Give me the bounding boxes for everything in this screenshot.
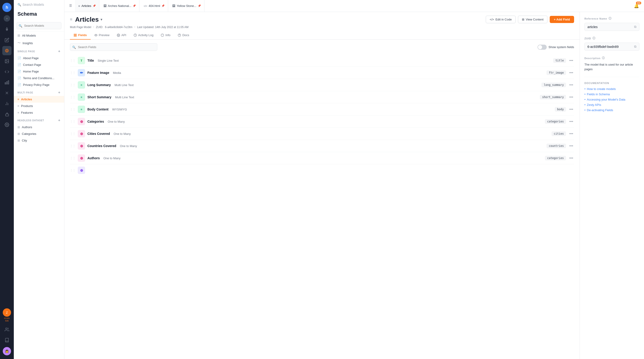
- notification-bell[interactable]: 🔔 999: [634, 4, 639, 9]
- sidebar-item-terms[interactable]: 📄 Terms and Conditions...: [14, 75, 64, 82]
- topbar-tab-arches[interactable]: 🖼 Arches National... 📌: [100, 0, 140, 12]
- sidebar-item-insights[interactable]: 〜 Insights: [14, 39, 64, 47]
- right-panel: Reference Name ⓘ articles ⧉ ZUID ⓘ 6-ac9…: [580, 12, 644, 359]
- tab-activity-log[interactable]: Activity Log: [130, 31, 157, 40]
- copy-zuid-button[interactable]: ⧉: [634, 45, 636, 49]
- sidebar-item-rocket[interactable]: [2, 25, 12, 34]
- sidebar-item-about-page[interactable]: 📄 About Page: [14, 55, 64, 62]
- sidebar-item-code[interactable]: [2, 67, 12, 76]
- sidebar-item-home-page[interactable]: 📄 Home Page: [14, 68, 64, 75]
- sidebar-search: 🔍: [14, 19, 64, 32]
- tab-pin-arches[interactable]: 📌: [133, 4, 136, 7]
- sidebar-item-products[interactable]: ≡ Products: [14, 103, 64, 109]
- topbar-tab-yellowstone[interactable]: 🖼 Yellow Stone... 📌: [169, 0, 204, 12]
- sidebar-item-layers[interactable]: [2, 46, 12, 55]
- tab-pin-articles[interactable]: 📌: [93, 4, 96, 7]
- field-more-categories[interactable]: •••: [568, 119, 574, 125]
- sidebar-item-bar-chart[interactable]: [2, 78, 12, 87]
- field-more-feature-image[interactable]: •••: [568, 70, 574, 76]
- add-single-page-button[interactable]: +: [58, 49, 60, 53]
- field-ref-title: title: [553, 58, 566, 63]
- doc-link-accessing-data[interactable]: Accessing your Model's Data: [584, 98, 640, 101]
- doc-link-zesty-apis[interactable]: Zesty APIs: [584, 103, 640, 107]
- description-info-icon: ⓘ: [602, 56, 605, 60]
- sidebar-item-categories[interactable]: ⊞ Categories: [14, 131, 64, 137]
- sidebar-item-pencil[interactable]: [2, 36, 12, 45]
- sidebar-item-features[interactable]: ≡ Features: [14, 109, 64, 116]
- tab-info[interactable]: Info: [157, 31, 174, 40]
- tab-docs[interactable]: Docs: [174, 31, 193, 40]
- sidebar-item-articles[interactable]: ≡ Articles: [14, 96, 64, 103]
- sidebar-item-image[interactable]: [2, 57, 12, 66]
- doc-link-create-models[interactable]: How to create models: [584, 87, 640, 91]
- schema-title-chevron-icon[interactable]: ▾: [100, 17, 102, 22]
- sidebar-item-privacy[interactable]: 📄 Privacy Policy Page: [14, 82, 64, 88]
- content-area: ≡ Articles ▾ </> Edit in Code ⊞ View Con…: [64, 12, 644, 359]
- sidebar-item-docs[interactable]: [2, 335, 12, 345]
- topbar-tab-404[interactable]: </> 404.html 📌: [140, 0, 168, 12]
- schema-header: ≡ Articles ▾ </> Edit in Code ⊞ View Con…: [64, 12, 580, 40]
- sidebar-item-city[interactable]: ⊞ City: [14, 137, 64, 144]
- avatar[interactable]: 👩: [3, 347, 11, 355]
- tab-fields[interactable]: Fields: [70, 31, 90, 40]
- copy-reference-name-button[interactable]: ⧉: [634, 25, 636, 29]
- field-name-cities-covered: Cities Covered: [88, 132, 110, 136]
- add-multi-page-button[interactable]: +: [58, 91, 60, 95]
- section-header-single-page: SINGLE PAGE +: [14, 47, 64, 55]
- sidebar-item-contact-page[interactable]: 📄 Contact Page: [14, 62, 64, 68]
- view-content-button[interactable]: ⊞ View Content: [518, 16, 548, 23]
- yellowstone-tab-icon: 🖼: [172, 4, 175, 8]
- field-more-countries-covered[interactable]: •••: [568, 143, 574, 149]
- field-more-body-content[interactable]: •••: [568, 106, 574, 112]
- tab-pin-yellowstone[interactable]: 📌: [198, 4, 201, 7]
- drag-handle-cities-covered[interactable]: ⋮⋮: [70, 132, 76, 135]
- field-ref-body-content: body: [555, 107, 566, 112]
- sidebar-item-analytics[interactable]: [2, 99, 12, 108]
- drag-handle-authors[interactable]: ⋮⋮: [70, 157, 76, 160]
- doc-link-deactivating-fields[interactable]: De-activating Fields: [584, 108, 640, 112]
- field-row-countries-covered: ⋮⋮ ⊕ Countries Covered One to Many count…: [70, 140, 574, 152]
- expand-icon[interactable]: »: [4, 15, 10, 22]
- sidebar-item-puzzle[interactable]: [2, 110, 12, 119]
- drag-handle-title[interactable]: ⋮⋮: [70, 59, 76, 62]
- drag-handle-feature-image[interactable]: ⋮⋮: [70, 71, 76, 74]
- field-name-countries-covered: Countries Covered: [88, 144, 116, 148]
- sidebar-item-settings[interactable]: [2, 120, 12, 129]
- field-ref-feature-image: ftr_image: [546, 70, 566, 75]
- field-more-cities-covered[interactable]: •••: [568, 131, 574, 137]
- fields-search-wrapper: 🔍: [70, 43, 157, 51]
- drag-handle-body-content[interactable]: ⋮⋮: [70, 108, 76, 111]
- user-icon: Z: [3, 308, 11, 317]
- topbar-tab-articles[interactable]: ≡ Articles 📌: [75, 0, 99, 12]
- tab-preview[interactable]: Preview: [90, 31, 113, 40]
- app-logo[interactable]: h: [2, 3, 12, 12]
- search-fields-input[interactable]: [70, 43, 157, 51]
- field-icon-authors: ⊕: [78, 154, 85, 162]
- sidebar-item-cross[interactable]: [2, 88, 12, 98]
- tab-pin-404[interactable]: 📌: [162, 4, 165, 7]
- user-badge[interactable]: Z #1181 546: [3, 308, 11, 322]
- field-more-authors[interactable]: •••: [568, 155, 574, 161]
- drag-handle-short-summary[interactable]: ⋮⋮: [70, 96, 76, 99]
- search-models-input[interactable]: [16, 22, 62, 29]
- field-more-short-summary[interactable]: •••: [568, 94, 574, 100]
- sidebar-item-authors[interactable]: ⊞ Authors: [14, 124, 64, 131]
- drag-handle-long-summary[interactable]: ⋮⋮: [70, 83, 76, 87]
- sidebar-item-all-models[interactable]: ⊞ All Models: [14, 32, 64, 39]
- filter-icon[interactable]: [68, 4, 72, 8]
- field-icon-long-summary: ≡: [78, 81, 85, 89]
- tab-api[interactable]: API: [113, 31, 130, 40]
- field-ref-authors: categories: [545, 156, 566, 160]
- add-field-button[interactable]: + Add Field: [550, 16, 574, 23]
- fields-search-icon: 🔍: [72, 45, 76, 49]
- field-more-title[interactable]: •••: [568, 58, 574, 64]
- edit-in-code-button[interactable]: </> Edit in Code: [486, 16, 516, 23]
- sidebar-item-team[interactable]: [2, 325, 12, 334]
- add-headless-button[interactable]: +: [58, 118, 60, 122]
- doc-link-fields-schema[interactable]: Fields in Schema: [584, 93, 640, 96]
- svg-point-4: [6, 60, 6, 61]
- drag-handle-categories[interactable]: ⋮⋮: [70, 120, 76, 123]
- drag-handle-countries-covered[interactable]: ⋮⋮: [70, 144, 76, 148]
- system-fields-switch[interactable]: [538, 45, 547, 50]
- field-more-long-summary[interactable]: •••: [568, 82, 574, 88]
